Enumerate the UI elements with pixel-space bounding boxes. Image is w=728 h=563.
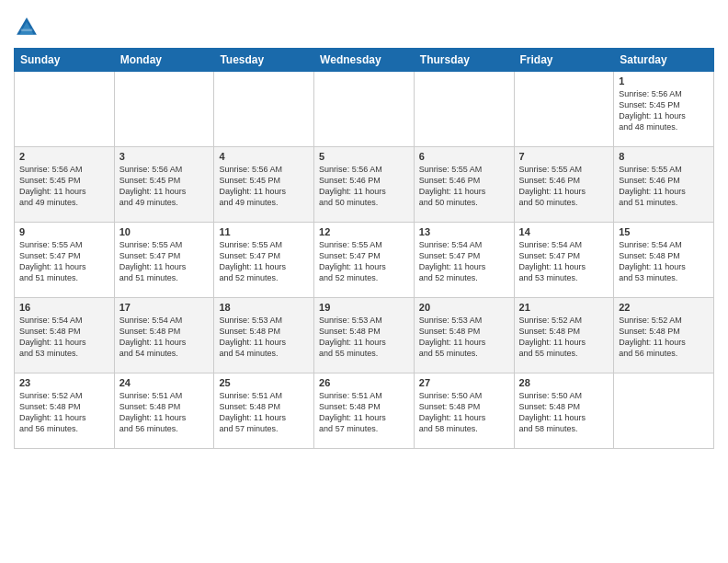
calendar-cell: 27Sunrise: 5:50 AM Sunset: 5:48 PM Dayli… <box>414 373 514 449</box>
logo-icon <box>14 15 40 40</box>
calendar-cell: 12Sunrise: 5:55 AM Sunset: 5:47 PM Dayli… <box>314 223 415 298</box>
day-number: 26 <box>319 377 409 388</box>
day-number: 8 <box>619 151 709 162</box>
day-info: Sunrise: 5:51 AM Sunset: 5:48 PM Dayligh… <box>319 390 409 435</box>
calendar-header-tuesday: Tuesday <box>214 49 314 72</box>
day-number: 28 <box>519 377 609 388</box>
calendar-cell: 21Sunrise: 5:52 AM Sunset: 5:48 PM Dayli… <box>514 298 614 373</box>
day-info: Sunrise: 5:54 AM Sunset: 5:47 PM Dayligh… <box>419 239 509 284</box>
day-info: Sunrise: 5:51 AM Sunset: 5:48 PM Dayligh… <box>119 390 210 435</box>
day-info: Sunrise: 5:56 AM Sunset: 5:45 PM Dayligh… <box>19 164 109 209</box>
day-number: 2 <box>19 151 109 162</box>
day-info: Sunrise: 5:55 AM Sunset: 5:46 PM Dayligh… <box>419 164 509 209</box>
calendar-header-thursday: Thursday <box>414 49 514 72</box>
calendar-cell: 1Sunrise: 5:56 AM Sunset: 5:45 PM Daylig… <box>614 72 714 147</box>
day-number: 14 <box>519 226 609 237</box>
day-number: 12 <box>319 226 409 237</box>
calendar-cell: 2Sunrise: 5:56 AM Sunset: 5:45 PM Daylig… <box>15 147 115 223</box>
day-info: Sunrise: 5:52 AM Sunset: 5:48 PM Dayligh… <box>19 390 109 435</box>
day-number: 18 <box>219 302 309 313</box>
day-number: 22 <box>619 302 709 313</box>
day-info: Sunrise: 5:56 AM Sunset: 5:45 PM Dayligh… <box>119 164 210 209</box>
calendar-header-monday: Monday <box>114 49 214 72</box>
calendar-header-friday: Friday <box>514 49 614 72</box>
calendar-header-row: SundayMondayTuesdayWednesdayThursdayFrid… <box>15 49 714 72</box>
day-info: Sunrise: 5:55 AM Sunset: 5:47 PM Dayligh… <box>219 239 309 284</box>
page: SundayMondayTuesdayWednesdayThursdayFrid… <box>0 0 728 563</box>
calendar-table: SundayMondayTuesdayWednesdayThursdayFrid… <box>14 48 714 449</box>
day-number: 17 <box>119 302 210 313</box>
calendar-cell <box>314 72 415 147</box>
svg-rect-2 <box>21 29 32 31</box>
day-info: Sunrise: 5:55 AM Sunset: 5:47 PM Dayligh… <box>319 239 409 284</box>
calendar-cell: 26Sunrise: 5:51 AM Sunset: 5:48 PM Dayli… <box>314 373 415 449</box>
day-number: 27 <box>419 377 509 388</box>
day-info: Sunrise: 5:54 AM Sunset: 5:48 PM Dayligh… <box>119 315 210 360</box>
day-number: 1 <box>619 75 709 86</box>
calendar-cell: 19Sunrise: 5:53 AM Sunset: 5:48 PM Dayli… <box>314 298 415 373</box>
calendar-week-row: 9Sunrise: 5:55 AM Sunset: 5:47 PM Daylig… <box>15 223 714 298</box>
day-info: Sunrise: 5:54 AM Sunset: 5:48 PM Dayligh… <box>619 239 709 284</box>
calendar-week-row: 1Sunrise: 5:56 AM Sunset: 5:45 PM Daylig… <box>15 72 714 147</box>
calendar-header-wednesday: Wednesday <box>314 49 415 72</box>
header <box>14 9 714 40</box>
day-number: 15 <box>619 226 709 237</box>
day-info: Sunrise: 5:50 AM Sunset: 5:48 PM Dayligh… <box>419 390 509 435</box>
calendar-cell: 3Sunrise: 5:56 AM Sunset: 5:45 PM Daylig… <box>114 147 214 223</box>
calendar-cell: 17Sunrise: 5:54 AM Sunset: 5:48 PM Dayli… <box>114 298 214 373</box>
calendar-cell: 14Sunrise: 5:54 AM Sunset: 5:47 PM Dayli… <box>514 223 614 298</box>
calendar-cell: 4Sunrise: 5:56 AM Sunset: 5:45 PM Daylig… <box>214 147 314 223</box>
day-info: Sunrise: 5:52 AM Sunset: 5:48 PM Dayligh… <box>619 315 709 360</box>
calendar-cell: 18Sunrise: 5:53 AM Sunset: 5:48 PM Dayli… <box>214 298 314 373</box>
day-number: 3 <box>119 151 210 162</box>
day-info: Sunrise: 5:55 AM Sunset: 5:46 PM Dayligh… <box>619 164 709 209</box>
calendar-cell <box>414 72 514 147</box>
day-info: Sunrise: 5:52 AM Sunset: 5:48 PM Dayligh… <box>519 315 609 360</box>
day-info: Sunrise: 5:53 AM Sunset: 5:48 PM Dayligh… <box>319 315 409 360</box>
calendar-cell: 15Sunrise: 5:54 AM Sunset: 5:48 PM Dayli… <box>614 223 714 298</box>
calendar-cell: 22Sunrise: 5:52 AM Sunset: 5:48 PM Dayli… <box>614 298 714 373</box>
day-number: 19 <box>319 302 409 313</box>
day-info: Sunrise: 5:53 AM Sunset: 5:48 PM Dayligh… <box>419 315 509 360</box>
calendar-week-row: 23Sunrise: 5:52 AM Sunset: 5:48 PM Dayli… <box>15 373 714 449</box>
calendar-cell: 13Sunrise: 5:54 AM Sunset: 5:47 PM Dayli… <box>414 223 514 298</box>
day-info: Sunrise: 5:55 AM Sunset: 5:46 PM Dayligh… <box>519 164 609 209</box>
day-number: 4 <box>219 151 309 162</box>
calendar-cell: 7Sunrise: 5:55 AM Sunset: 5:46 PM Daylig… <box>514 147 614 223</box>
day-number: 7 <box>519 151 609 162</box>
day-info: Sunrise: 5:55 AM Sunset: 5:47 PM Dayligh… <box>119 239 210 284</box>
calendar-cell: 10Sunrise: 5:55 AM Sunset: 5:47 PM Dayli… <box>114 223 214 298</box>
day-info: Sunrise: 5:56 AM Sunset: 5:45 PM Dayligh… <box>219 164 309 209</box>
day-number: 13 <box>419 226 509 237</box>
day-number: 11 <box>219 226 309 237</box>
day-info: Sunrise: 5:51 AM Sunset: 5:48 PM Dayligh… <box>219 390 309 435</box>
calendar-cell: 8Sunrise: 5:55 AM Sunset: 5:46 PM Daylig… <box>614 147 714 223</box>
day-info: Sunrise: 5:56 AM Sunset: 5:45 PM Dayligh… <box>619 88 709 133</box>
day-number: 20 <box>419 302 509 313</box>
day-number: 5 <box>319 151 409 162</box>
calendar-cell: 9Sunrise: 5:55 AM Sunset: 5:47 PM Daylig… <box>15 223 115 298</box>
day-number: 24 <box>119 377 210 388</box>
day-number: 23 <box>19 377 109 388</box>
calendar-cell <box>114 72 214 147</box>
day-info: Sunrise: 5:54 AM Sunset: 5:48 PM Dayligh… <box>19 315 109 360</box>
calendar-cell: 25Sunrise: 5:51 AM Sunset: 5:48 PM Dayli… <box>214 373 314 449</box>
calendar-cell: 24Sunrise: 5:51 AM Sunset: 5:48 PM Dayli… <box>114 373 214 449</box>
calendar-cell <box>214 72 314 147</box>
calendar-cell: 5Sunrise: 5:56 AM Sunset: 5:46 PM Daylig… <box>314 147 415 223</box>
day-info: Sunrise: 5:50 AM Sunset: 5:48 PM Dayligh… <box>519 390 609 435</box>
calendar-cell: 6Sunrise: 5:55 AM Sunset: 5:46 PM Daylig… <box>414 147 514 223</box>
day-number: 6 <box>419 151 509 162</box>
day-info: Sunrise: 5:55 AM Sunset: 5:47 PM Dayligh… <box>19 239 109 284</box>
calendar-header-sunday: Sunday <box>15 49 115 72</box>
day-number: 16 <box>19 302 109 313</box>
day-number: 21 <box>519 302 609 313</box>
calendar-cell: 20Sunrise: 5:53 AM Sunset: 5:48 PM Dayli… <box>414 298 514 373</box>
day-number: 9 <box>19 226 109 237</box>
calendar-cell <box>614 373 714 449</box>
day-info: Sunrise: 5:53 AM Sunset: 5:48 PM Dayligh… <box>219 315 309 360</box>
calendar-cell: 28Sunrise: 5:50 AM Sunset: 5:48 PM Dayli… <box>514 373 614 449</box>
calendar-cell: 16Sunrise: 5:54 AM Sunset: 5:48 PM Dayli… <box>15 298 115 373</box>
calendar-cell <box>15 72 115 147</box>
day-info: Sunrise: 5:54 AM Sunset: 5:47 PM Dayligh… <box>519 239 609 284</box>
